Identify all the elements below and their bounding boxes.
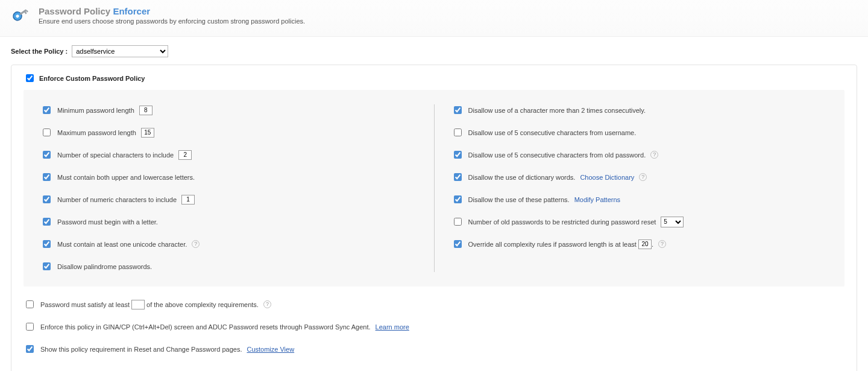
min-length-label: Minimum password length — [57, 107, 134, 114]
rules-left-column: Minimum password length Maximum password… — [40, 104, 417, 272]
palindrome-checkbox[interactable] — [43, 262, 51, 270]
override-label-pre: Override all complexity rules if passwor… — [468, 240, 638, 247]
learn-more-link[interactable]: Learn more — [376, 323, 409, 331]
modify-patterns-link[interactable]: Modify Patterns — [574, 196, 620, 203]
palindrome-label: Disallow palindrome passwords. — [57, 263, 152, 270]
special-chars-label: Number of special characters to include — [57, 151, 174, 159]
help-icon[interactable]: ? — [192, 240, 200, 248]
upper-lower-checkbox[interactable] — [43, 173, 51, 181]
consec-char-label: Disallow use of a character more than 2 … — [468, 107, 646, 114]
override-label-post: . — [652, 240, 653, 247]
min-length-input[interactable] — [139, 106, 153, 115]
max-length-label: Maximum password length — [57, 129, 136, 136]
consec-oldpwd-checkbox[interactable] — [454, 151, 462, 159]
patterns-checkbox[interactable] — [454, 195, 462, 203]
max-length-input[interactable] — [141, 128, 154, 138]
unicode-checkbox[interactable] — [43, 240, 51, 248]
enforce-label: Enforce Custom Password Policy — [39, 75, 145, 82]
numeric-chars-input[interactable] — [181, 195, 195, 205]
numeric-chars-label: Number of numeric characters to include — [57, 196, 177, 203]
upper-lower-label: Must contain both upper and lowercase le… — [57, 174, 195, 181]
page-header: Password Policy Enforcer Ensure end user… — [0, 0, 868, 37]
satisfy-label-post: of the above complexity requirements. — [145, 300, 259, 308]
special-chars-checkbox[interactable] — [43, 151, 51, 159]
below-rules: Password must satisfy at least of the ab… — [24, 299, 844, 355]
policy-select[interactable]: adselfservice — [72, 45, 168, 57]
enforce-checkbox[interactable] — [26, 74, 34, 82]
key-icon — [11, 6, 33, 28]
gina-label: Enforce this policy in GINA/CP (Ctrl+Alt… — [40, 323, 371, 331]
consec-char-checkbox[interactable] — [454, 106, 462, 114]
old-pwd-count-select[interactable]: 5 — [661, 217, 684, 227]
help-icon[interactable]: ? — [658, 240, 666, 248]
policy-selector-row: Select the Policy : adselfservice — [0, 37, 868, 61]
showreq-label: Show this policy requirement in Reset an… — [40, 346, 242, 353]
dictionary-label: Disallow the use of dictionary words. — [468, 174, 576, 181]
begin-letter-checkbox[interactable] — [43, 218, 51, 226]
consec-oldpwd-label: Disallow use of 5 consecutive characters… — [468, 151, 646, 159]
choose-dictionary-link[interactable]: Choose Dictionary — [580, 174, 634, 181]
page-title: Password Policy Enforcer — [39, 6, 305, 16]
override-length-input[interactable] — [638, 239, 652, 249]
customize-view-link[interactable]: Customize View — [247, 346, 294, 353]
policy-selector-label: Select the Policy : — [11, 48, 68, 55]
rules-box: Minimum password length Maximum password… — [24, 90, 844, 287]
satisfy-checkbox[interactable] — [26, 300, 34, 308]
satisfy-label-pre: Password must satisfy at least — [40, 300, 131, 308]
special-chars-input[interactable] — [178, 150, 192, 160]
numeric-chars-checkbox[interactable] — [43, 195, 51, 203]
policy-panel: Enforce Custom Password Policy Minimum p… — [11, 65, 857, 371]
page-subtitle: Ensure end users choose strong passwords… — [39, 17, 305, 25]
satisfy-count-input[interactable] — [131, 300, 145, 309]
dictionary-checkbox[interactable] — [454, 173, 462, 181]
patterns-label: Disallow the use of these patterns. — [468, 196, 570, 203]
gina-checkbox[interactable] — [26, 323, 34, 331]
max-length-checkbox[interactable] — [43, 128, 51, 136]
showreq-checkbox[interactable] — [26, 345, 34, 353]
old-pwd-count-checkbox[interactable] — [454, 218, 462, 226]
min-length-checkbox[interactable] — [43, 106, 51, 114]
column-separator — [434, 104, 435, 272]
help-icon[interactable]: ? — [650, 151, 658, 159]
rules-right-column: Disallow use of a character more than 2 … — [451, 104, 828, 272]
consec-username-label: Disallow use of 5 consecutive characters… — [468, 129, 637, 136]
begin-letter-label: Password must begin with a letter. — [57, 218, 158, 226]
override-checkbox[interactable] — [454, 240, 462, 248]
help-icon[interactable]: ? — [639, 173, 647, 181]
unicode-label: Must contain at least one unicode charac… — [57, 241, 187, 248]
consec-username-checkbox[interactable] — [454, 128, 462, 136]
old-pwd-count-label: Number of old passwords to be restricted… — [468, 218, 656, 226]
help-icon[interactable]: ? — [263, 300, 271, 308]
